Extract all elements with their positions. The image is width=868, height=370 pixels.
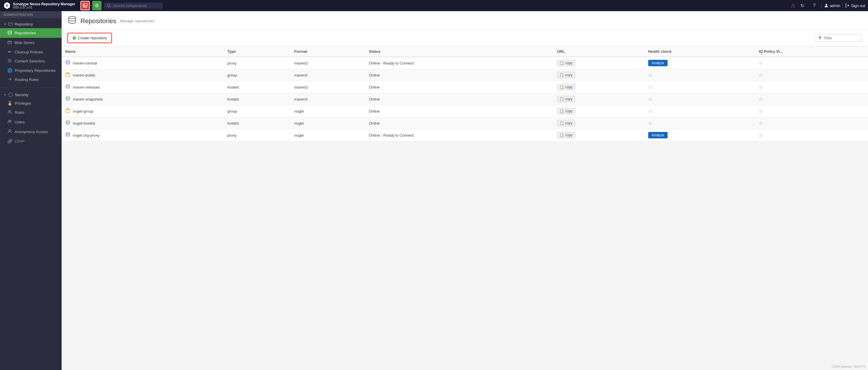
sidebar-item-blob-stores[interactable]: Blob Stores	[0, 38, 62, 47]
disabled-icon: ⊘	[648, 97, 652, 102]
repo-format: maven2	[291, 69, 365, 81]
filter-input[interactable]	[824, 36, 859, 40]
analyze-button[interactable]: Analyze	[648, 60, 668, 66]
disabled-icon: ⊘	[648, 121, 652, 126]
help-button[interactable]: ?	[810, 1, 819, 10]
sidebar-item-users-label: Users	[15, 120, 25, 124]
repo-iq-policy: ⊘	[755, 81, 868, 93]
content-header: Repositories Manage repositories	[62, 11, 868, 30]
repo-url: 📋 copy	[553, 117, 644, 129]
repo-icon-proxy	[65, 132, 70, 138]
search-input[interactable]	[113, 3, 154, 8]
repo-type: proxy	[224, 129, 290, 141]
repo-type: group	[224, 69, 290, 81]
arrow-icon: ▼	[3, 23, 6, 26]
table-row: maven-central proxy maven2 Online - Read…	[62, 57, 868, 69]
plus-icon: ⊕	[72, 35, 76, 41]
svg-point-20	[10, 120, 11, 122]
sidebar-item-proprietary-repos[interactable]: 🌐 Proprietary Repositories	[0, 66, 62, 75]
sidebar-item-users[interactable]: Users	[0, 117, 62, 127]
table-row: nuget.org-proxy proxy nuget Online - Rea…	[62, 129, 868, 141]
repo-name-cell: maven-central	[62, 57, 224, 69]
repo-name: nuget.org-proxy	[73, 133, 99, 137]
copy-url-button[interactable]: 📋 copy	[557, 96, 575, 102]
sidebar-item-ldap[interactable]: 🔗 LDAP	[0, 137, 62, 145]
user-menu[interactable]: admin	[824, 3, 840, 8]
copy-url-button[interactable]: 📋 copy	[557, 84, 575, 90]
sidebar-item-anonymous-access[interactable]: Anonymous Access	[0, 127, 62, 137]
repo-name-cell: maven-public	[62, 69, 224, 81]
repo-health-check: ⊘	[645, 93, 755, 105]
disabled-icon: ⊘	[648, 85, 652, 90]
admin-section-label: Administration	[0, 11, 62, 18]
sidebar-group-repository-title[interactable]: ▼ Repository	[0, 20, 62, 28]
sidebar-group-repository: ▼ Repository Repositories	[0, 18, 62, 86]
repo-name: maven-central	[73, 61, 97, 65]
repository-group-icon	[8, 22, 13, 26]
signout-button[interactable]: Sign out	[845, 3, 865, 8]
create-repository-button[interactable]: ⊕ Create repository	[67, 33, 112, 43]
col-status: Status	[365, 46, 553, 57]
repo-type: hosted	[224, 93, 290, 105]
sidebar-item-privileges[interactable]: 🏅 Privileges	[0, 99, 62, 108]
svg-point-22	[69, 16, 76, 19]
copy-url-button[interactable]: 📋 copy	[557, 60, 575, 66]
svg-text:S: S	[6, 4, 8, 7]
repo-name-cell: nuget-group	[62, 105, 224, 117]
logo-icon: S	[3, 1, 11, 10]
svg-rect-3	[84, 4, 85, 5]
table-row: maven-public group maven2 Online 📋 copy …	[62, 69, 868, 81]
page-title: Repositories	[81, 17, 116, 25]
refresh-button[interactable]: ↻	[798, 1, 807, 10]
copy-url-button[interactable]: 📋 copy	[557, 72, 575, 78]
app-logo: S Sonatype Nexus Repository Manager OSS …	[3, 1, 78, 10]
col-health-check: Health check	[645, 46, 755, 57]
svg-point-28	[66, 97, 69, 98]
content-toolbar: ⊕ Create repository	[62, 30, 868, 46]
svg-point-31	[66, 121, 69, 122]
repo-url: 📋 copy	[553, 105, 644, 117]
copy-url-button[interactable]: 📋 copy	[557, 108, 575, 114]
sidebar-item-repositories-label: Repositories	[15, 31, 36, 35]
table-row: nuget-hosted hosted nuget Online 📋 copy …	[62, 117, 868, 129]
analyze-button[interactable]: Analyze	[648, 132, 668, 138]
repo-type: hosted	[224, 117, 290, 129]
repo-iq-policy: ⊘	[755, 93, 868, 105]
sidebar-item-content-selectors[interactable]: Content Selectors	[0, 56, 62, 66]
repo-icon-hosted	[65, 120, 70, 126]
sort-arrow: ↑	[78, 50, 79, 53]
repo-icon-group	[65, 108, 70, 114]
repo-format: nuget	[291, 117, 365, 129]
repo-iq-policy: ⊘	[755, 57, 868, 69]
browse-icon-button[interactable]	[81, 1, 90, 10]
signout-icon	[845, 3, 850, 8]
col-name[interactable]: Name ↑	[62, 46, 224, 57]
repo-url: 📋 copy	[553, 129, 644, 141]
sidebar-item-privileges-label: Privileges	[15, 101, 31, 106]
copy-url-button[interactable]: 📋 copy	[557, 120, 575, 126]
alert-icon[interactable]: ⚠	[791, 2, 796, 9]
svg-point-32	[66, 133, 69, 134]
svg-point-7	[107, 4, 110, 7]
svg-line-8	[110, 6, 111, 8]
sidebar-item-routing-rules[interactable]: Routing Rules	[0, 75, 62, 85]
repo-type: proxy	[224, 57, 290, 69]
roles-icon	[7, 110, 12, 115]
svg-point-12	[8, 31, 11, 32]
admin-icon-button[interactable]	[92, 1, 101, 10]
search-bar	[104, 3, 162, 9]
repo-health-check: ⊘	[645, 117, 755, 129]
sidebar-item-roles[interactable]: Roles	[0, 108, 62, 117]
repositories-table: Name ↑ Type Format Status URL Health che…	[62, 46, 868, 141]
privileges-icon: 🏅	[7, 101, 12, 106]
col-iq-policy: IQ Policy Vi...	[755, 46, 868, 57]
copy-url-button[interactable]: 📋 copy	[557, 132, 575, 138]
sidebar-item-repositories[interactable]: Repositories	[0, 28, 62, 38]
cleanup-icon: ✏	[7, 49, 12, 54]
filter-icon	[818, 36, 822, 40]
repo-url: 📋 copy	[553, 69, 644, 81]
sidebar-item-cleanup-policies[interactable]: ✏ Cleanup Policies	[0, 47, 62, 56]
routing-rules-icon	[7, 77, 12, 82]
svg-marker-23	[818, 37, 822, 40]
sidebar-group-security-title[interactable]: ▼ Security	[0, 91, 62, 99]
